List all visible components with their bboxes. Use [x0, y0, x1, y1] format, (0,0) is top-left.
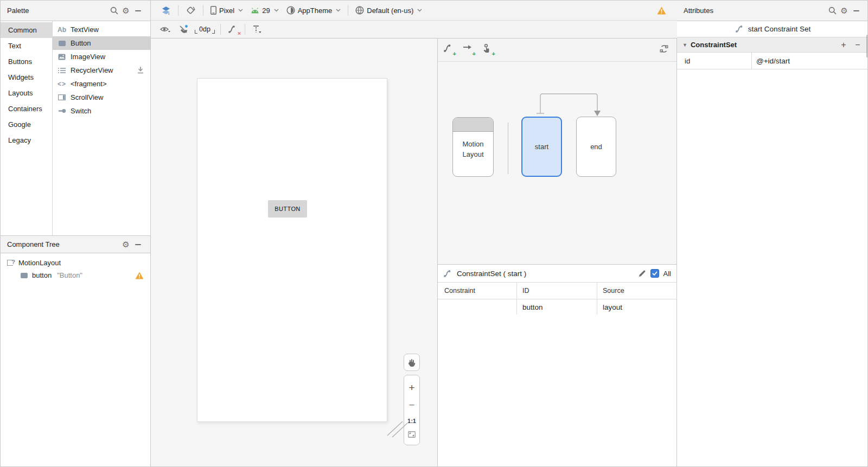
imageview-icon: [57, 54, 67, 60]
remove-attribute-button[interactable]: −: [852, 40, 863, 50]
theme-icon: [286, 6, 295, 15]
constraint-set-icon: [443, 44, 453, 53]
component-tree-title: Component Tree: [7, 240, 60, 248]
palette-category-widgets[interactable]: Widgets: [1, 69, 52, 85]
all-checkbox-label[interactable]: All: [663, 270, 671, 278]
fragment-icon: <>: [57, 80, 67, 88]
gear-icon[interactable]: ⚙: [120, 239, 132, 251]
add-transition-button[interactable]: +: [463, 44, 475, 56]
android-studio-motion-editor: Palette ⚙ Common Text Buttons Widgets La…: [0, 0, 868, 467]
palette-category-layouts[interactable]: Layouts: [1, 85, 52, 101]
gear-icon[interactable]: ⚙: [120, 5, 132, 17]
all-checkbox[interactable]: [650, 269, 659, 278]
button-icon: [19, 273, 29, 278]
palette-item-button[interactable]: Button: [53, 36, 150, 50]
state-motionlayout[interactable]: Motion Layout: [452, 117, 494, 177]
textview-icon: Ab: [57, 26, 67, 34]
tree-item-button[interactable]: button "Button": [1, 269, 150, 282]
add-attribute-button[interactable]: +: [838, 40, 849, 50]
device-preview: BUTTON: [197, 78, 387, 422]
theme-selector[interactable]: AppTheme: [283, 3, 345, 17]
palette-item-textview[interactable]: Ab TextView: [53, 23, 150, 36]
design-surface-button[interactable]: [157, 3, 175, 17]
collapse-arrow-icon[interactable]: ▼: [682, 42, 687, 48]
palette-item-switch[interactable]: Switch: [53, 104, 150, 118]
constraintset-section-header[interactable]: ▼ ConstraintSet + −: [677, 37, 868, 53]
palette-header: Palette ⚙: [1, 1, 150, 21]
minimize-icon[interactable]: [132, 5, 144, 17]
palette-item-recyclerview[interactable]: RecyclerView: [53, 63, 150, 77]
add-click-handler-button[interactable]: +: [482, 44, 494, 56]
palette-item-scrollview[interactable]: ScrollView: [53, 91, 150, 104]
chevron-down-icon: [274, 9, 279, 12]
phone-icon: [210, 6, 216, 15]
tree-item-button-text: "Button": [57, 271, 82, 279]
attribute-row-id: id @+id/start: [677, 53, 868, 69]
zoom-in-button[interactable]: +: [409, 382, 414, 393]
recyclerview-icon: [57, 67, 67, 74]
guidelines-button[interactable]: [248, 22, 266, 36]
palette-category-common[interactable]: Common: [1, 22, 52, 38]
edit-icon[interactable]: [638, 270, 646, 278]
palette-category-buttons[interactable]: Buttons: [1, 54, 52, 69]
minimize-icon[interactable]: [132, 239, 144, 251]
attributes-panel: Attributes ⚙ start Constraint Set ▼ Cons…: [677, 1, 868, 467]
chevron-down-icon: [238, 9, 243, 12]
palette-category-containers[interactable]: Containers: [1, 101, 52, 117]
tree-item-motionlayout[interactable]: ? MotionLayout: [1, 257, 150, 269]
orientation-button[interactable]: [182, 3, 200, 17]
palette-title: Palette: [7, 7, 29, 15]
palette-item-imageview[interactable]: ImageView: [53, 50, 150, 63]
constraint-set-table: Constraint ID Source button layout: [438, 283, 676, 315]
design-canvas[interactable]: BUTTON + − 1:1: [151, 39, 438, 467]
scrollview-icon: [57, 94, 67, 100]
locale-selector[interactable]: Default (en-us): [352, 3, 426, 17]
state-end[interactable]: end: [576, 117, 616, 177]
state-divider: [508, 123, 508, 174]
add-constraint-set-button[interactable]: +: [443, 44, 455, 56]
warning-icon: [657, 7, 666, 15]
constraint-table-header: Constraint ID Source: [438, 283, 676, 299]
pan-button[interactable]: [404, 354, 420, 371]
eye-icon: [160, 25, 171, 33]
android-icon: [251, 8, 259, 14]
warnings-button[interactable]: [657, 7, 666, 15]
state-start[interactable]: start: [521, 117, 562, 177]
clear-constraints-icon: [228, 25, 238, 34]
default-margin-control[interactable]: 0dp: [193, 25, 217, 34]
globe-icon: [355, 6, 364, 15]
constraint-set-icon: [443, 270, 452, 278]
autoconnect-button[interactable]: [175, 22, 193, 36]
minimize-icon[interactable]: [850, 5, 862, 17]
download-icon[interactable]: [137, 67, 144, 74]
constraint-table-row[interactable]: button layout: [438, 299, 676, 315]
palette-category-google[interactable]: Google: [1, 117, 52, 132]
switch-icon: [57, 108, 67, 113]
attribute-value-id[interactable]: @+id/start: [752, 53, 868, 69]
warning-icon[interactable]: [135, 272, 144, 279]
gear-icon[interactable]: ⚙: [838, 5, 850, 17]
canvas-button-widget[interactable]: BUTTON: [268, 200, 307, 217]
device-selector[interactable]: Pixel: [207, 3, 247, 17]
palette-body: Common Text Buttons Widgets Layouts Cont…: [1, 21, 150, 235]
palette-category-text[interactable]: Text: [1, 38, 52, 54]
button-icon: [57, 41, 67, 46]
palette-category-legacy[interactable]: Legacy: [1, 132, 52, 148]
palette-item-list: Ab TextView Button ImageView: [53, 21, 150, 235]
search-icon[interactable]: [826, 5, 838, 17]
api-selector[interactable]: 29: [247, 3, 282, 17]
chevron-down-icon: [417, 9, 422, 12]
component-tree-header: Component Tree ⚙: [1, 235, 150, 253]
transition-arrow-icon: [463, 44, 473, 52]
attributes-header: Attributes ⚙: [677, 1, 868, 21]
palette-item-fragment[interactable]: <> <fragment>: [53, 77, 150, 91]
view-options-button[interactable]: [156, 22, 175, 36]
search-icon[interactable]: [108, 5, 120, 17]
cycle-layout-icon[interactable]: [659, 44, 671, 56]
clear-constraints-button[interactable]: ✕: [224, 22, 241, 36]
resize-handle[interactable]: [384, 418, 412, 440]
zoom-out-button[interactable]: −: [409, 400, 414, 410]
constraint-set-icon: [735, 25, 744, 33]
hand-icon: [407, 358, 416, 367]
guideline-icon: [252, 25, 262, 34]
